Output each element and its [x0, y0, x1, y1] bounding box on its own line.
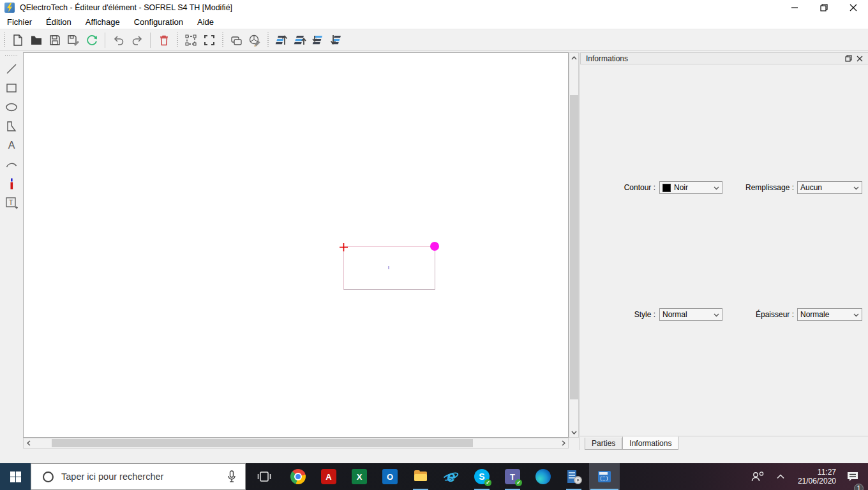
tray-chevron-up-icon[interactable] — [770, 463, 791, 490]
menu-aide[interactable]: Aide — [190, 15, 221, 29]
toolbar-drag-handle[interactable] — [3, 33, 6, 48]
menu-fichier[interactable]: Fichier — [0, 15, 39, 29]
qelectrotech-window: QElectroTech - Éditeur d'élément - SOFRE… — [0, 0, 868, 490]
redo-icon[interactable] — [128, 31, 146, 49]
notification-badge: 1 — [854, 484, 864, 490]
toolbar-drag-handle[interactable] — [221, 33, 224, 48]
edit-selection-icon[interactable] — [181, 31, 200, 49]
excel-icon[interactable]: X — [344, 463, 375, 490]
tray-clock[interactable]: 11:27 21/06/2020 — [798, 463, 836, 490]
chrome-icon[interactable] — [283, 463, 313, 490]
bring-forward-icon[interactable] — [272, 31, 290, 49]
dock-header: Informations — [580, 52, 868, 64]
scroll-right-icon[interactable] — [558, 438, 568, 448]
line-tool-icon[interactable] — [2, 59, 21, 78]
microphone-icon[interactable] — [227, 470, 236, 483]
scroll-up-icon[interactable] — [569, 53, 578, 63]
reload-icon[interactable] — [82, 31, 101, 49]
send-backward-icon[interactable] — [327, 31, 346, 49]
arc-tool-icon[interactable] — [2, 155, 21, 174]
save-icon[interactable] — [45, 31, 64, 49]
remplissage-select[interactable]: Aucun — [797, 181, 862, 194]
style-value: Normal — [662, 310, 687, 319]
chevron-down-icon — [853, 183, 859, 192]
vertical-scrollbar[interactable] — [569, 52, 579, 438]
delete-icon[interactable] — [154, 31, 173, 49]
notes-icon[interactable] — [227, 31, 245, 49]
end-selection-icon[interactable] — [200, 31, 218, 49]
svg-text:T: T — [9, 198, 13, 206]
ellipse-tool-icon[interactable] — [2, 98, 21, 117]
open-folder-icon[interactable] — [27, 31, 45, 49]
toolbar-drag-handle[interactable] — [266, 33, 269, 48]
start-icon[interactable] — [0, 463, 31, 490]
chevron-down-icon — [853, 310, 859, 319]
contour-select[interactable]: Noir — [659, 181, 722, 194]
epaisseur-label: Épaisseur : — [722, 310, 794, 319]
new-document-icon[interactable] — [8, 31, 27, 49]
origin-cross-marker — [340, 242, 348, 254]
task-view-icon[interactable] — [246, 463, 283, 490]
toolbar-drag-handle[interactable] — [176, 33, 179, 48]
menu-bar: Fichier Édition Affichage Configuration … — [0, 15, 868, 29]
polygon-tool-icon[interactable] — [2, 117, 21, 136]
tab-informations[interactable]: Informations — [622, 436, 678, 450]
color-pencil-icon[interactable] — [245, 31, 264, 49]
outlook-icon[interactable]: O — [375, 463, 405, 490]
acrobat-icon[interactable]: A — [313, 463, 344, 490]
scroll-left-icon[interactable] — [24, 438, 33, 448]
epaisseur-select[interactable]: Normale — [797, 308, 862, 321]
horizontal-scrollbar[interactable] — [23, 438, 569, 449]
float-dock-icon[interactable] — [842, 54, 854, 64]
epaisseur-value: Normale — [800, 310, 829, 319]
dock-title: Informations — [586, 54, 628, 63]
main-toolbar — [0, 29, 868, 51]
people-icon[interactable] — [747, 463, 770, 490]
qelectrotech-logo-icon — [4, 3, 15, 13]
skype-icon[interactable]: S✓ — [467, 463, 497, 490]
scrollbar-corner — [569, 438, 579, 449]
minimize-icon[interactable] — [780, 0, 809, 15]
dock-tab-bar: Parties Informations — [580, 436, 868, 450]
vertical-scroll-thumb[interactable] — [570, 95, 578, 399]
text-tool-icon[interactable]: A — [2, 136, 21, 155]
edge-icon[interactable] — [528, 463, 558, 490]
drawing-canvas[interactable] — [23, 52, 569, 438]
style-label: Style : — [580, 310, 655, 319]
software-center-icon[interactable] — [558, 463, 589, 490]
teams-icon[interactable]: T✓ — [497, 463, 528, 490]
title-bar: QElectroTech - Éditeur d'élément - SOFRE… — [0, 0, 868, 15]
remplissage-label: Remplissage : — [722, 183, 794, 192]
rectangle-tool-icon[interactable] — [2, 78, 21, 98]
file-explorer-icon[interactable] — [405, 463, 436, 490]
internet-explorer-icon[interactable]: e — [436, 463, 467, 490]
svg-text:A: A — [8, 140, 15, 151]
taskbar-search[interactable] — [31, 463, 246, 490]
contour-label: Contour : — [580, 183, 655, 192]
lower-icon[interactable] — [309, 31, 327, 49]
selection-handle[interactable] — [430, 242, 439, 251]
scroll-down-icon[interactable] — [569, 427, 578, 437]
tab-parties[interactable]: Parties — [585, 438, 622, 450]
textfield-tool-icon[interactable]: T — [2, 193, 21, 212]
style-select[interactable]: Normal — [659, 308, 722, 321]
terminal-tool-icon[interactable] — [2, 174, 21, 193]
close-icon[interactable] — [839, 0, 868, 15]
notifications-icon[interactable]: 1 — [846, 463, 859, 490]
qelectrotech-icon[interactable] — [589, 463, 620, 490]
save-as-icon[interactable] — [64, 31, 82, 49]
search-input[interactable] — [61, 471, 227, 482]
rectangle-primitive[interactable] — [343, 246, 435, 290]
color-swatch-black — [662, 184, 671, 192]
undo-icon[interactable] — [109, 31, 128, 49]
menu-configuration[interactable]: Configuration — [127, 15, 190, 29]
menu-edition[interactable]: Édition — [39, 15, 79, 29]
restore-icon[interactable] — [809, 0, 839, 15]
contour-value: Noir — [674, 183, 688, 192]
raise-icon[interactable] — [290, 31, 309, 49]
palette-drag-handle[interactable] — [5, 54, 18, 57]
tray-time: 11:27 — [798, 468, 836, 477]
close-dock-icon[interactable] — [854, 54, 865, 64]
menu-affichage[interactable]: Affichage — [79, 15, 127, 29]
horizontal-scroll-thumb[interactable] — [52, 439, 473, 447]
